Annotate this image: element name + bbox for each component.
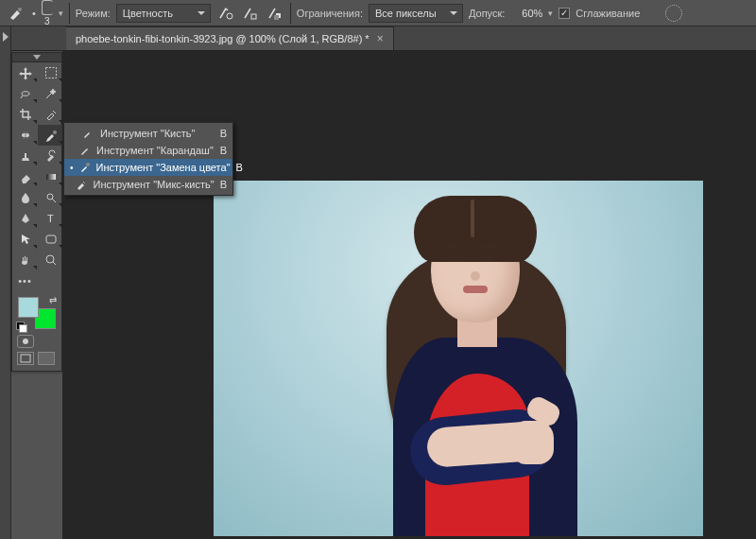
dropdown-caret-icon[interactable]: ▾	[59, 9, 63, 18]
spot-heal-tool[interactable]	[12, 125, 38, 146]
shape-tool[interactable]	[38, 229, 63, 250]
svg-rect-4	[274, 15, 279, 20]
move-tool[interactable]	[12, 62, 38, 83]
separator	[69, 3, 70, 24]
flyout-shortcut: B	[219, 145, 227, 156]
flyout-label: Инструмент "Карандаш"	[96, 145, 214, 156]
svg-point-0	[18, 8, 22, 11]
svg-rect-5	[45, 68, 56, 78]
tablet-pressure-icon[interactable]	[664, 4, 683, 23]
toolbox: T ••• ⇄	[11, 52, 62, 372]
tolerance-caret-icon[interactable]: ▾	[548, 9, 553, 18]
pen-tool[interactable]	[12, 208, 38, 229]
quick-mask-icon[interactable]	[17, 335, 34, 348]
mode-value: Цветность	[123, 8, 173, 19]
photo-subject	[372, 188, 585, 536]
svg-point-12	[46, 255, 54, 263]
type-tool[interactable]: T	[38, 208, 63, 229]
clone-stamp-tool[interactable]	[12, 146, 38, 166]
flyout-label: Инструмент "Кисть"	[100, 128, 210, 139]
path-selection-tool[interactable]	[12, 229, 38, 250]
antialias-checkbox[interactable]: ✓	[558, 8, 570, 19]
flyout-shortcut: B	[236, 162, 243, 173]
edit-toolbar[interactable]	[38, 270, 63, 291]
magic-wand-tool[interactable]	[38, 83, 63, 104]
sampling-once-icon[interactable]	[241, 4, 260, 23]
color-replacement-icon	[79, 162, 91, 173]
toolbox-grip-icon[interactable]	[12, 53, 61, 62]
active-marker: •	[70, 163, 74, 173]
flyout-item-mixer-brush[interactable]: Инструмент "Микс-кисть" B	[64, 176, 232, 193]
history-brush-tool[interactable]	[38, 146, 63, 166]
foreground-color[interactable]	[18, 297, 39, 318]
limits-value: Все пикселы	[375, 8, 437, 19]
flyout-shortcut: B	[215, 128, 227, 139]
divider-icon: •	[32, 8, 36, 19]
eyedropper-tool[interactable]	[38, 104, 63, 125]
flyout-item-color-replacement[interactable]: • Инструмент "Замена цвета" B	[64, 159, 232, 176]
sampling-continuous-icon[interactable]	[216, 4, 235, 23]
separator	[290, 3, 291, 24]
blur-tool[interactable]	[12, 187, 38, 208]
gradient-tool[interactable]	[38, 166, 63, 187]
crop-tool[interactable]	[12, 104, 38, 125]
expand-panels-icon[interactable]	[3, 32, 9, 42]
sampling-bg-swatch-icon[interactable]	[266, 4, 284, 23]
marquee-tool[interactable]	[38, 62, 63, 83]
svg-rect-8	[46, 174, 56, 180]
flyout-shortcut: B	[220, 179, 227, 190]
brush-tool-flyout: Инструмент "Кисть" B Инструмент "Каранда…	[63, 122, 233, 196]
flyout-label: Инструмент "Замена цвета"	[96, 162, 231, 173]
svg-rect-2	[251, 14, 256, 19]
dodge-tool[interactable]	[38, 187, 63, 208]
swap-colors-icon[interactable]: ⇄	[49, 295, 57, 305]
pencil-icon	[79, 145, 91, 156]
svg-text:T: T	[47, 213, 54, 224]
tolerance-label: Допуск:	[469, 8, 505, 19]
options-bar: • 3 ▾ Режим: Цветность Ограничения: Все …	[0, 0, 756, 26]
tolerance-value[interactable]: 60%	[510, 8, 542, 19]
antialias-label: Сглаживание	[576, 8, 640, 19]
brush-size-icon[interactable]	[42, 0, 53, 15]
mode-dropdown[interactable]: Цветность	[116, 4, 211, 23]
document-image	[214, 181, 703, 536]
screen-mode-icon[interactable]	[17, 352, 34, 365]
svg-point-14	[86, 163, 90, 166]
document-tab-bar: phoebe-tonkin-fibi-tonkin-3923.jpg @ 100…	[0, 26, 756, 51]
screen-mode-alt-icon[interactable]	[38, 352, 55, 365]
close-icon[interactable]: ×	[377, 32, 384, 45]
svg-point-1	[227, 13, 232, 19]
svg-rect-11	[46, 235, 56, 243]
limits-label: Ограничения:	[297, 8, 363, 19]
flyout-item-brush[interactable]: Инструмент "Кисть" B	[64, 125, 232, 142]
left-gutter	[0, 26, 11, 539]
color-swatches: ⇄	[12, 291, 61, 331]
svg-point-7	[53, 130, 57, 134]
more-tools[interactable]: •••	[12, 270, 38, 291]
document-tab[interactable]: phoebe-tonkin-fibi-tonkin-3923.jpg @ 100…	[66, 26, 394, 50]
tool-preset-icon[interactable]	[6, 3, 26, 24]
mixer-brush-icon	[76, 179, 87, 190]
tool-grid: T •••	[12, 62, 61, 291]
zoom-tool[interactable]	[38, 250, 63, 270]
hand-tool[interactable]	[12, 250, 38, 270]
svg-rect-13	[21, 355, 30, 362]
brush-tool[interactable]	[38, 125, 63, 146]
flyout-label: Инструмент "Микс-кисть"	[93, 179, 214, 190]
flyout-item-pencil[interactable]: Инструмент "Карандаш" B	[64, 142, 232, 159]
document-tab-title: phoebe-tonkin-fibi-tonkin-3923.jpg @ 100…	[76, 33, 369, 44]
default-colors-icon[interactable]	[16, 322, 26, 331]
brush-icon	[81, 128, 94, 139]
brush-size-value: 3	[44, 16, 50, 26]
lasso-tool[interactable]	[12, 83, 38, 104]
limits-dropdown[interactable]: Все пикселы	[369, 4, 463, 23]
mode-label: Режим:	[76, 8, 111, 19]
eraser-tool[interactable]	[12, 166, 38, 187]
